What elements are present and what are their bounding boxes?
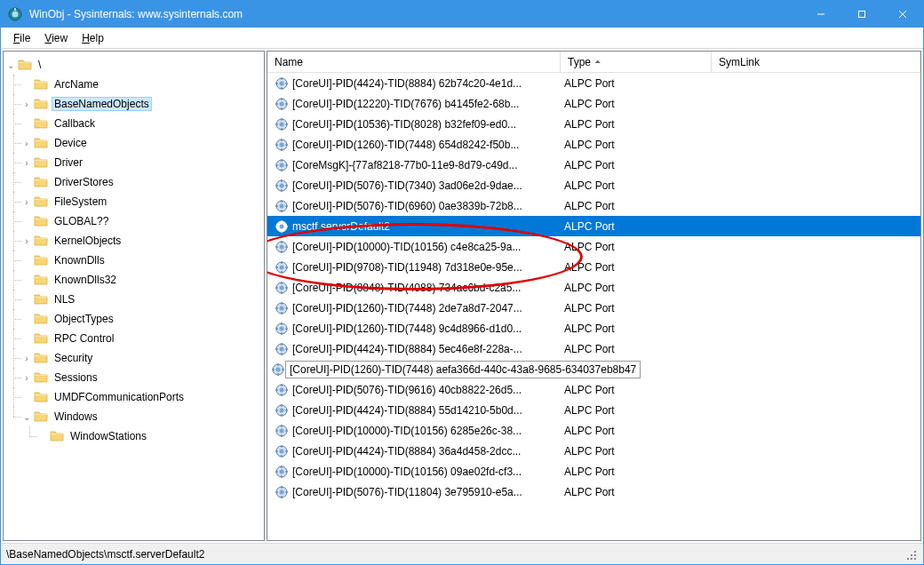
list-row[interactable]: [CoreUI]-PID(1260)-TID(7448) 2de7a8d7-20… bbox=[267, 298, 920, 318]
list-cell-name: [CoreUI]-PID(10000)-TID(10156) c4e8ca25-… bbox=[271, 240, 561, 254]
list-row[interactable]: [CoreUI]-PID(10000)-TID(10156) c4e8ca25-… bbox=[267, 236, 920, 257]
list-row[interactable]: [CoreUI]-PID(12220)-TID(7676) b4145fe2-6… bbox=[267, 93, 920, 114]
list-row[interactable]: [CoreMsgK]-{77af8218-77b0-11e9-8d79-c49d… bbox=[267, 155, 920, 175]
list-cell-type: ALPC Port bbox=[561, 159, 712, 171]
tree-item-arcname[interactable]: ArcName bbox=[5, 75, 262, 94]
folder-icon bbox=[50, 429, 64, 443]
tree-item-nls[interactable]: NLS bbox=[5, 290, 262, 309]
tree-item-label: ArcName bbox=[52, 77, 101, 92]
tree-glyph bbox=[21, 392, 32, 402]
collapse-icon[interactable]: ⌄ bbox=[21, 411, 32, 422]
tree-item-knowndlls32[interactable]: KnownDlls32 bbox=[5, 270, 262, 290]
tree-item-label: UMDFCommunicationPorts bbox=[52, 390, 187, 404]
list-pane[interactable]: Name Type⏶ SymLink [CoreUI]-PID(4424)-TI… bbox=[267, 51, 921, 541]
alpc-port-icon bbox=[275, 158, 289, 172]
list-row[interactable]: msctf.serverDefault2ALPC Port bbox=[267, 216, 920, 236]
svg-point-128 bbox=[280, 489, 284, 494]
svg-point-44 bbox=[280, 203, 284, 208]
list-row[interactable]: [CoreUI]-PID(5076)-TID(11804) 3e795910-e… bbox=[267, 481, 920, 502]
list-cell-name: [CoreUI]-PID(4424)-TID(8884) 55d14210-5b… bbox=[271, 403, 561, 418]
expand-icon[interactable]: › bbox=[21, 157, 32, 168]
list-row[interactable]: [CoreUI]-PID(5076)-TID(9616) 40cb8822-26… bbox=[267, 379, 920, 400]
tree-item-driverstores[interactable]: DriverStores bbox=[5, 172, 262, 192]
minimize-button[interactable] bbox=[801, 1, 841, 28]
expand-icon[interactable]: › bbox=[21, 353, 32, 363]
list-row[interactable]: [CoreUI]-PID(4424)-TID(8884) 36a4d458-2d… bbox=[267, 441, 920, 461]
expand-icon[interactable]: › bbox=[21, 138, 32, 148]
list-row[interactable]: [CoreUI]-PID(10000)-TID(10156) 6285e26c-… bbox=[267, 420, 920, 441]
list-row[interactable]: [CoreUI]-PID(5076)-TID(6960) 0ae3839b-72… bbox=[267, 195, 920, 216]
svg-point-14 bbox=[280, 101, 284, 106]
folder-icon bbox=[34, 234, 48, 248]
tree-item-windows[interactable]: ⌄Windows bbox=[5, 407, 262, 426]
column-header-symlink[interactable]: SymLink bbox=[712, 52, 920, 72]
client-area: ⌄\ArcName›BaseNamedObjectsCallback›Devic… bbox=[1, 49, 923, 543]
list-cell-type: ALPC Port bbox=[561, 220, 712, 233]
tree-item-filesystem[interactable]: ›FileSystem bbox=[5, 192, 262, 211]
list-cell-name: [CoreUI]-PID(1260)-TID(7448) 654d8242-f5… bbox=[271, 138, 561, 152]
list-row[interactable]: [CoreUI]-PID(8848)-TID(4088) 734ac6bd-c2… bbox=[267, 277, 920, 298]
alpc-port-icon bbox=[275, 301, 289, 315]
list-cell-name: [CoreUI]-PID(10000)-TID(10156) 6285e26c-… bbox=[271, 424, 561, 438]
list-cell-name: [CoreUI]-PID(1260)-TID(7448) 2de7a8d7-20… bbox=[271, 301, 561, 315]
tree-item-global-[interactable]: GLOBAL?? bbox=[5, 211, 262, 231]
tree-item-label: Driver bbox=[52, 155, 85, 170]
tree-item-callback[interactable]: Callback bbox=[5, 114, 262, 133]
list-cell-name: [CoreUI]-PID(1260)-TID(7448) 9c4d8966-d1… bbox=[271, 322, 561, 336]
alpc-port-icon bbox=[275, 444, 289, 458]
expand-icon[interactable]: › bbox=[21, 235, 32, 246]
tree-glyph bbox=[21, 314, 32, 324]
menu-file[interactable]: File bbox=[6, 29, 37, 47]
tree-item-basenamedobjects[interactable]: ›BaseNamedObjects bbox=[5, 94, 262, 114]
list-cell-name: [CoreUI]-PID(4424)-TID(8884) 62b74c20-4e… bbox=[271, 76, 561, 91]
tree-item-label: GLOBAL?? bbox=[52, 214, 111, 228]
tree-item-label: Windows bbox=[52, 410, 100, 424]
tree-item-kernelobjects[interactable]: ›KernelObjects bbox=[5, 231, 262, 251]
svg-point-62 bbox=[280, 265, 284, 269]
window-title: WinObj - Sysinternals: www.sysinternals.… bbox=[29, 8, 801, 20]
menu-view[interactable]: View bbox=[37, 29, 75, 47]
alpc-port-icon bbox=[271, 362, 285, 377]
tree-item-rpc-control[interactable]: RPC Control bbox=[5, 329, 262, 348]
tree-item-windowstations[interactable]: WindowStations bbox=[5, 426, 262, 446]
tree-item-objecttypes[interactable]: ObjectTypes bbox=[5, 309, 262, 329]
tree-root[interactable]: ⌄\ bbox=[5, 55, 262, 75]
list-row[interactable]: [CoreUI]-PID(10000)-TID(10156) 09ae02fd-… bbox=[267, 461, 920, 481]
list-cell-name: [CoreUI]-PID(9708)-TID(11948) 7d318e0e-9… bbox=[271, 260, 561, 275]
expand-icon[interactable]: › bbox=[21, 99, 32, 109]
collapse-icon[interactable]: ⌄ bbox=[5, 60, 16, 70]
maximize-button[interactable] bbox=[841, 1, 882, 28]
list-cell-type: ALPC Port bbox=[561, 179, 712, 192]
tree-item-security[interactable]: ›Security bbox=[5, 348, 262, 368]
expand-icon[interactable]: › bbox=[21, 196, 32, 207]
list-row[interactable]: [CoreUI]-PID(1260)-TID(7448) 654d8242-f5… bbox=[267, 134, 920, 155]
tree-item-driver[interactable]: ›Driver bbox=[5, 153, 262, 172]
folder-icon bbox=[34, 390, 48, 404]
alpc-port-icon bbox=[275, 260, 289, 275]
tree-pane[interactable]: ⌄\ArcName›BaseNamedObjectsCallback›Devic… bbox=[3, 51, 265, 541]
expand-icon[interactable]: › bbox=[21, 372, 32, 383]
list-row[interactable]: [CoreUI]-PID(5076)-TID(7340) 3ad06e2d-9d… bbox=[267, 175, 920, 195]
list-row[interactable]: [CoreUI]-PID(1260)-TID(7448) 9c4d8966-d1… bbox=[267, 318, 920, 338]
list-row[interactable]: [CoreUI]-PID(4424)-TID(8884) 5ec46e8f-22… bbox=[267, 338, 920, 359]
list-row[interactable]: [CoreUI]-PID(9708)-TID(11948) 7d318e0e-9… bbox=[267, 257, 920, 277]
tree-item-device[interactable]: ›Device bbox=[5, 133, 262, 153]
tree-item-sessions[interactable]: ›Sessions bbox=[5, 368, 262, 387]
close-button[interactable] bbox=[882, 1, 923, 28]
resize-grip-icon[interactable] bbox=[904, 547, 918, 561]
folder-icon bbox=[34, 253, 48, 267]
list-row[interactable]: [CoreUI]-PID(10536)-TID(8028) b32fef09-e… bbox=[267, 114, 920, 134]
list-row[interactable]: [CoreUI]-PID(4424)-TID(8884) 62b74c20-4e… bbox=[267, 73, 920, 93]
column-header-name[interactable]: Name bbox=[267, 52, 561, 72]
list-cell-type: ALPC Port bbox=[561, 282, 712, 294]
svg-point-92 bbox=[276, 367, 281, 371]
svg-point-110 bbox=[280, 428, 284, 433]
menu-help[interactable]: Help bbox=[75, 29, 111, 47]
column-header-type[interactable]: Type⏶ bbox=[561, 52, 712, 72]
svg-point-20 bbox=[280, 122, 284, 126]
list-row[interactable]: [CoreUI]-PID(1260)-TID(7448) aefa366d-44… bbox=[267, 359, 920, 379]
tree-item-knowndlls[interactable]: KnownDlls bbox=[5, 251, 262, 270]
list-row[interactable]: [CoreUI]-PID(4424)-TID(8884) 55d14210-5b… bbox=[267, 400, 920, 420]
tree-item-umdfcommunicationports[interactable]: UMDFCommunicationPorts bbox=[5, 387, 262, 407]
svg-point-38 bbox=[280, 183, 284, 187]
